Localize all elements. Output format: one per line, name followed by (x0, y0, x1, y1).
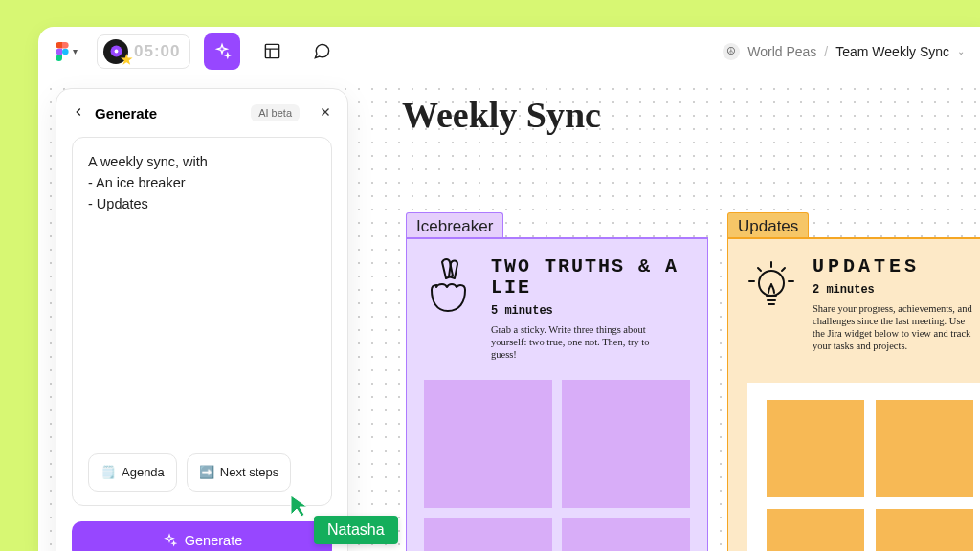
app-frame: ▾ 05:00 ☮ World Peas / (38, 27, 980, 551)
layout-tool[interactable] (254, 33, 290, 70)
sticky-note[interactable] (876, 400, 973, 497)
icebreaker-duration: 5 minutes (491, 304, 690, 318)
canvas-title[interactable]: Weekly Sync (402, 94, 601, 136)
lightbulb-icon (746, 256, 799, 352)
updates-description: Share your progress, achievements, and c… (813, 302, 975, 352)
icebreaker-heading: TWO TRUTHS & A LIE (491, 256, 690, 298)
crossed-fingers-icon (424, 256, 478, 361)
generate-button-label: Generate (185, 533, 242, 548)
svg-rect-3 (265, 44, 278, 57)
ai-sparkle-tool[interactable] (204, 33, 240, 70)
updates-subframe[interactable] (747, 383, 980, 551)
sticky-note[interactable] (767, 400, 864, 497)
svg-point-4 (759, 271, 784, 296)
breadcrumb-workspace: World Peas (747, 44, 816, 59)
updates-stickies (767, 400, 973, 551)
prompt-textarea[interactable]: A weekly sync, with - An ice breaker - U… (72, 137, 332, 506)
prompt-line: - Updates (88, 193, 316, 214)
sticky-note[interactable] (424, 380, 552, 508)
svg-point-2 (114, 50, 118, 54)
sparkle-icon (162, 533, 177, 548)
generate-panel: Generate AI beta A weekly sync, with - A… (56, 88, 348, 551)
figma-logo-icon (56, 42, 69, 61)
comment-tool[interactable] (303, 33, 340, 70)
icebreaker-stickies (424, 380, 690, 551)
timer-pill[interactable]: 05:00 (97, 34, 190, 69)
chip-agenda[interactable]: 🗒️ Agenda (88, 453, 177, 492)
close-button[interactable] (319, 105, 332, 121)
music-badge-icon (103, 39, 128, 64)
generate-button[interactable]: Generate (72, 521, 332, 551)
peace-icon: ☮ (723, 43, 740, 60)
presence-name-tag: Natasha (314, 516, 398, 544)
chevron-down-icon: ⌄ (957, 46, 965, 56)
generate-header: Generate AI beta (72, 104, 332, 121)
prompt-line: - An ice breaker (88, 172, 316, 193)
back-button[interactable] (72, 105, 85, 121)
arrow-right-icon: ➡️ (199, 462, 214, 483)
sticky-note[interactable] (562, 518, 690, 551)
icebreaker-frame[interactable]: TWO TRUTHS & A LIE 5 minutes Grab a stic… (406, 237, 708, 551)
timer-value: 05:00 (134, 42, 180, 61)
sticky-note[interactable] (562, 380, 690, 508)
ai-beta-badge: AI beta (251, 104, 300, 121)
suggestion-chips: 🗒️ Agenda ➡️ Next steps (88, 453, 316, 492)
updates-frame[interactable]: UPDATES 2 minutes Share your progress, a… (727, 237, 980, 551)
breadcrumb-separator: / (824, 44, 828, 59)
chip-label: Agenda (122, 462, 165, 483)
updates-duration: 2 minutes (813, 283, 975, 297)
icebreaker-description: Grab a sticky. Write three things about … (491, 323, 663, 361)
panel-title: Generate (95, 105, 157, 121)
svg-point-0 (62, 48, 69, 55)
breadcrumb[interactable]: ☮ World Peas / Team Weekly Sync ⌄ (723, 43, 972, 60)
notepad-icon: 🗒️ (100, 462, 116, 483)
figma-menu[interactable]: ▾ (50, 38, 83, 65)
chip-label: Next steps (220, 462, 278, 483)
sticky-note[interactable] (767, 509, 864, 551)
breadcrumb-page: Team Weekly Sync (835, 44, 949, 59)
chevron-down-icon: ▾ (73, 46, 78, 56)
sticky-note[interactable] (876, 509, 973, 551)
top-toolbar: ▾ 05:00 ☮ World Peas / (38, 27, 980, 77)
sticky-note[interactable] (424, 518, 552, 551)
prompt-line: A weekly sync, with (88, 151, 316, 172)
canvas[interactable]: Generate AI beta A weekly sync, with - A… (38, 77, 980, 551)
updates-heading: UPDATES (813, 256, 975, 277)
chip-next-steps[interactable]: ➡️ Next steps (187, 453, 291, 492)
